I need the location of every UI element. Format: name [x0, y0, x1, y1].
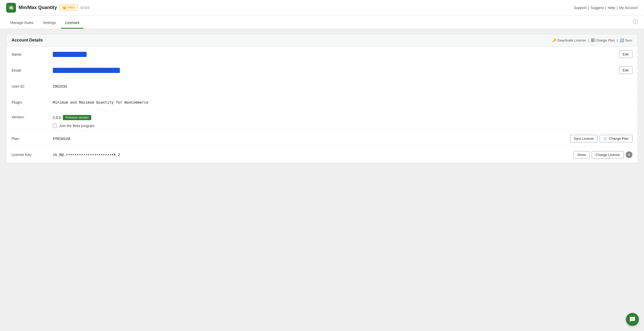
pro-badge: 👑 PRO: [60, 5, 78, 11]
license-key-label: License Key:: [12, 153, 53, 157]
card-header-actions: 🔑 Deactivate License | Change Plan: [552, 38, 632, 42]
nav-sep-3: |: [617, 6, 618, 10]
name-row: Name: ████████████ Edit: [6, 46, 638, 62]
svg-point-9: [632, 319, 633, 319]
header-sep-1: |: [587, 38, 589, 42]
plan-value: PREMIUM: [53, 137, 570, 141]
name-edit-button[interactable]: Edit: [619, 51, 632, 58]
beta-checkbox[interactable]: [53, 124, 57, 128]
chat-bubble[interactable]: [626, 313, 639, 326]
user-id-row: User ID: 2962034: [6, 78, 638, 94]
user-id-value: 2962034: [53, 84, 632, 88]
svg-rect-6: [591, 40, 592, 42]
version-label: Version:: [12, 115, 53, 119]
change-license-button[interactable]: Change License: [592, 151, 624, 159]
cart-icon: 🛒: [604, 137, 608, 140]
email-actions: Edit: [619, 67, 632, 74]
sync-license-button[interactable]: Sync License: [570, 135, 598, 142]
tab-licenses[interactable]: Licenses: [61, 18, 83, 29]
header-sep-2: |: [616, 38, 618, 42]
svg-point-8: [631, 319, 632, 319]
top-header: Min/Max Quantity 👑 PRO v2.0.0 Support | …: [0, 0, 644, 15]
email-label: Email:: [12, 68, 53, 72]
crown-icon: 👑: [62, 6, 66, 10]
support-link[interactable]: Support: [574, 6, 586, 10]
plugin-name: Min/Max Quantity: [19, 5, 57, 10]
license-key-value: sk_B@.••••••••••••••••••••••k_2: [53, 153, 574, 157]
beta-label[interactable]: Join the Beta program: [59, 124, 95, 128]
plugin-value: Minimum and Maximum Quantity for WooComm…: [53, 100, 632, 104]
tab-manage-rules[interactable]: Manage Rules: [6, 18, 38, 29]
nav-sep-1: |: [588, 6, 589, 10]
svg-rect-7: [593, 40, 594, 42]
name-label: Name:: [12, 52, 53, 56]
version-row: Version: 2.0.0 Premium version Join the …: [6, 110, 638, 131]
card-header: Account Details 🔑 Deactivate License |: [6, 34, 638, 46]
change-plan-button[interactable]: 🛒 Change Plan: [600, 135, 632, 142]
premium-badge: Premium version: [63, 115, 91, 120]
version-number: 2.0.0: [53, 115, 61, 120]
card-title: Account Details: [12, 38, 43, 43]
version-value: 2.0.0 Premium version Join the Beta prog…: [53, 115, 632, 128]
user-id-label: User ID:: [12, 84, 53, 88]
email-value: █████████████████████████: [53, 68, 619, 72]
help-link[interactable]: Help: [608, 6, 615, 10]
sync-icon: 🔄: [620, 38, 624, 42]
name-value: ████████████: [53, 52, 619, 56]
name-actions: Edit: [619, 51, 632, 58]
plan-label: Plan:: [12, 137, 53, 141]
suggest-link[interactable]: Suggest: [590, 6, 604, 10]
email-blurred: █████████████████████████: [53, 68, 120, 73]
tab-navigation: Manage Rules Settings Licenses ?: [0, 15, 644, 29]
license-key-actions: Show Change License ✕: [574, 151, 633, 159]
my-account-link[interactable]: My Account: [619, 6, 638, 10]
key-icon: 🔑: [552, 38, 556, 42]
svg-text:?: ?: [634, 20, 636, 24]
plan-actions: Sync License 🛒 Change Plan: [570, 135, 633, 142]
nav-sep-2: |: [605, 6, 606, 10]
plan-name: PREMIUM: [53, 137, 70, 141]
svg-point-10: [633, 319, 634, 319]
name-blurred: ████████████: [53, 52, 87, 57]
logo-area: Min/Max Quantity 👑 PRO v2.0.0: [6, 3, 89, 13]
close-license-button[interactable]: ✕: [626, 151, 632, 158]
account-details-card: Account Details 🔑 Deactivate License |: [6, 34, 638, 163]
beta-checkbox-row: Join the Beta program: [53, 124, 632, 128]
plan-row: Plan: PREMIUM Sync License 🛒 Change Plan: [6, 131, 638, 147]
license-key-row: License Key: sk_B@.•••••••••••••••••••••…: [6, 147, 638, 163]
plugin-label: Plugin:: [12, 100, 53, 104]
svg-rect-5: [593, 39, 594, 40]
change-plan-header-link[interactable]: Change Plan: [591, 38, 615, 42]
sync-header-link[interactable]: 🔄 Sync: [620, 38, 632, 42]
plugin-logo-icon: [6, 3, 16, 13]
deactivate-license-header-link[interactable]: 🔑 Deactivate License: [552, 38, 586, 42]
help-circle-icon[interactable]: ?: [633, 16, 638, 29]
main-content: Account Details 🔑 Deactivate License |: [0, 29, 644, 331]
svg-rect-4: [591, 39, 592, 40]
grid-icon: [591, 38, 595, 42]
top-nav-right: Support | Suggest | Help | My Account: [574, 6, 638, 10]
version-badge: v2.0.0: [80, 6, 89, 10]
license-key-text: sk_B@.••••••••••••••••••••••k_2: [53, 153, 120, 157]
tab-settings[interactable]: Settings: [39, 18, 60, 29]
plugin-row: Plugin: Minimum and Maximum Quantity for…: [6, 94, 638, 110]
show-license-button[interactable]: Show: [574, 151, 590, 159]
email-row: Email: █████████████████████████ Edit: [6, 62, 638, 78]
email-edit-button[interactable]: Edit: [619, 67, 632, 74]
